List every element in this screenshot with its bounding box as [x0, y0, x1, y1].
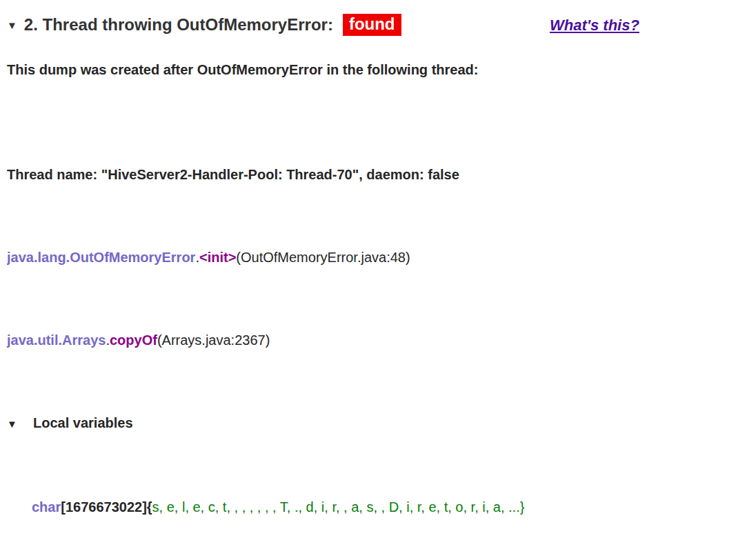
char-array-variable: char[1676673022]{s, e, l, e, c, t, , , ,…	[7, 497, 756, 517]
stack-trace: Thread name: "HiveServer2-Handler-Pool: …	[7, 102, 756, 538]
dump-intro-text: This dump was created after OutOfMemoryE…	[7, 62, 756, 78]
oom-thread-report: ▼ 2. Thread throwing OutOfMemoryError: f…	[0, 0, 756, 538]
frame-class: java.util.Arrays	[7, 332, 106, 348]
variable-type: char	[32, 499, 61, 515]
frame-method: <init>	[199, 250, 236, 265]
frame-source: (OutOfMemoryError.java:48)	[236, 250, 410, 265]
variable-value: s, e, l, e, c, t, , , , , , , T, ., d, i…	[152, 499, 525, 515]
frame-source: (Arrays.java:2367)	[157, 332, 270, 348]
status-badge: found	[343, 14, 401, 36]
thread-name-line: Thread name: "HiveServer2-Handler-Pool: …	[7, 164, 756, 185]
variable-size: [1676673022]{	[61, 499, 152, 515]
stack-frame: java.lang.OutOfMemoryError.<init>(OutOfM…	[7, 247, 756, 268]
expand-triangle-icon[interactable]: ▼	[7, 414, 33, 435]
frame-method: copyOf	[110, 332, 157, 348]
frame-class: java.lang.OutOfMemoryError	[7, 250, 195, 265]
stack-frame: java.util.Arrays.copyOf(Arrays.java:2367…	[7, 330, 756, 350]
local-variables-label: Local variables	[33, 415, 133, 430]
local-variables-row: ▼Local variables	[7, 412, 756, 435]
whats-this-link[interactable]: What's this?	[550, 17, 639, 34]
section-title: 2. Thread throwing OutOfMemoryError:	[24, 15, 333, 34]
section-header: ▼ 2. Thread throwing OutOfMemoryError: f…	[0, 0, 756, 36]
collapse-triangle-icon[interactable]: ▼	[7, 19, 17, 31]
